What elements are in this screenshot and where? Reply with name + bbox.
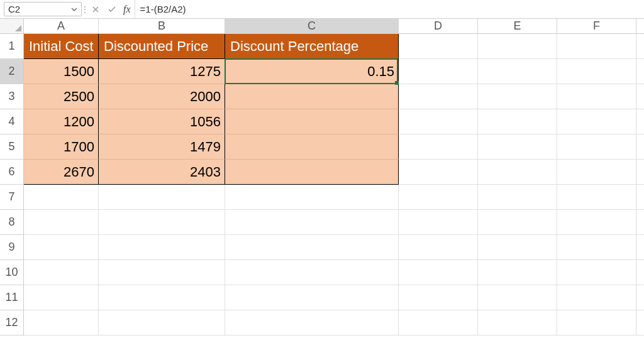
cell-B10[interactable] <box>99 260 225 285</box>
row-header-3[interactable]: 3 <box>0 84 24 109</box>
select-all-corner[interactable] <box>0 19 24 34</box>
cell-A11[interactable] <box>24 285 99 310</box>
cell-E11[interactable] <box>478 285 557 310</box>
cell-D9[interactable] <box>399 235 478 260</box>
cell-G5[interactable] <box>636 134 644 160</box>
cell-A2[interactable]: 1500 <box>24 59 99 84</box>
cell-E6[interactable] <box>478 160 557 185</box>
col-header-C[interactable]: C <box>225 19 399 34</box>
cell-D7[interactable] <box>399 185 478 210</box>
cell-G7[interactable] <box>636 185 644 210</box>
cell-A6[interactable]: 2670 <box>24 160 99 185</box>
cell-B5[interactable]: 1479 <box>99 134 225 160</box>
row-header-8[interactable]: 8 <box>0 210 24 235</box>
cell-B11[interactable] <box>99 285 225 310</box>
col-header-D[interactable]: D <box>399 19 478 34</box>
cell-B12[interactable] <box>99 310 225 335</box>
cell-G8[interactable] <box>636 210 644 235</box>
cell-B8[interactable] <box>99 210 225 235</box>
col-header-B[interactable]: B <box>99 19 225 34</box>
cell-E9[interactable] <box>478 235 557 260</box>
cell-C12[interactable] <box>225 310 399 335</box>
cell-E3[interactable] <box>478 84 557 109</box>
cell-E2[interactable] <box>478 59 557 84</box>
col-header-A[interactable]: A <box>24 19 99 34</box>
enter-icon[interactable] <box>107 6 117 13</box>
cell-D1[interactable] <box>399 34 478 59</box>
cell-G3[interactable] <box>636 84 644 109</box>
fx-icon[interactable]: fx <box>123 4 131 15</box>
cell-C8[interactable] <box>225 210 399 235</box>
row-header-10[interactable]: 10 <box>0 260 24 285</box>
cell-F8[interactable] <box>557 210 636 235</box>
cancel-icon[interactable] <box>91 6 101 13</box>
cell-G10[interactable] <box>636 260 644 285</box>
row-header-7[interactable]: 7 <box>0 185 24 210</box>
cell-D12[interactable] <box>399 310 478 335</box>
cell-D8[interactable] <box>399 210 478 235</box>
cell-E4[interactable] <box>478 109 557 134</box>
col-header-E[interactable]: E <box>478 19 557 34</box>
row-header-12[interactable]: 12 <box>0 310 24 335</box>
cell-A5[interactable]: 1700 <box>24 134 99 160</box>
cell-C4[interactable] <box>225 109 399 134</box>
cell-F12[interactable] <box>557 310 636 335</box>
row-header-2[interactable]: 2 <box>0 59 24 84</box>
cell-A9[interactable] <box>24 235 99 260</box>
row-header-9[interactable]: 9 <box>0 235 24 260</box>
cell-D4[interactable] <box>399 109 478 134</box>
cell-A8[interactable] <box>24 210 99 235</box>
cell-C7[interactable] <box>225 185 399 210</box>
cell-A1[interactable]: Initial Cost <box>24 34 99 59</box>
cell-B9[interactable] <box>99 235 225 260</box>
cell-A4[interactable]: 1200 <box>24 109 99 134</box>
cell-D6[interactable] <box>399 160 478 185</box>
cell-B7[interactable] <box>99 185 225 210</box>
cell-D5[interactable] <box>399 134 478 160</box>
cell-C2[interactable]: 0.15 <box>225 59 399 84</box>
cell-G2[interactable] <box>636 59 644 84</box>
cell-C1[interactable]: Discount Percentage <box>225 34 399 59</box>
row-header-1[interactable]: 1 <box>0 34 24 59</box>
cell-B1[interactable]: Discounted Price <box>99 34 225 59</box>
cell-E8[interactable] <box>478 210 557 235</box>
cell-F11[interactable] <box>557 285 636 310</box>
cell-B2[interactable]: 1275 <box>99 59 225 84</box>
cell-B3[interactable]: 2000 <box>99 84 225 109</box>
cell-C5[interactable] <box>225 134 399 160</box>
cell-D3[interactable] <box>399 84 478 109</box>
cell-F4[interactable] <box>557 109 636 134</box>
cell-A10[interactable] <box>24 260 99 285</box>
cell-D10[interactable] <box>399 260 478 285</box>
cell-G12[interactable] <box>636 310 644 335</box>
cell-C9[interactable] <box>225 235 399 260</box>
cell-A3[interactable]: 2500 <box>24 84 99 109</box>
name-box[interactable]: C2 <box>4 2 82 16</box>
cell-G4[interactable] <box>636 109 644 134</box>
cell-E7[interactable] <box>478 185 557 210</box>
cell-C6[interactable] <box>225 160 399 185</box>
cell-A7[interactable] <box>24 185 99 210</box>
cell-B4[interactable]: 1056 <box>99 109 225 134</box>
row-header-5[interactable]: 5 <box>0 134 24 160</box>
cell-A12[interactable] <box>24 310 99 335</box>
cell-G6[interactable] <box>636 160 644 185</box>
cell-E10[interactable] <box>478 260 557 285</box>
cell-D2[interactable] <box>399 59 478 84</box>
cell-E5[interactable] <box>478 134 557 160</box>
row-header-11[interactable]: 11 <box>0 285 24 310</box>
cell-F3[interactable] <box>557 84 636 109</box>
formula-input[interactable]: =1-(B2/A2) <box>135 0 644 18</box>
cell-G1[interactable] <box>636 34 644 59</box>
cell-F5[interactable] <box>557 134 636 160</box>
col-header-F[interactable]: F <box>557 19 636 34</box>
cell-E12[interactable] <box>478 310 557 335</box>
cell-C10[interactable] <box>225 260 399 285</box>
cell-F6[interactable] <box>557 160 636 185</box>
cell-F7[interactable] <box>557 185 636 210</box>
cell-F10[interactable] <box>557 260 636 285</box>
row-header-4[interactable]: 4 <box>0 109 24 134</box>
row-header-6[interactable]: 6 <box>0 160 24 185</box>
cell-E1[interactable] <box>478 34 557 59</box>
cell-F1[interactable] <box>557 34 636 59</box>
